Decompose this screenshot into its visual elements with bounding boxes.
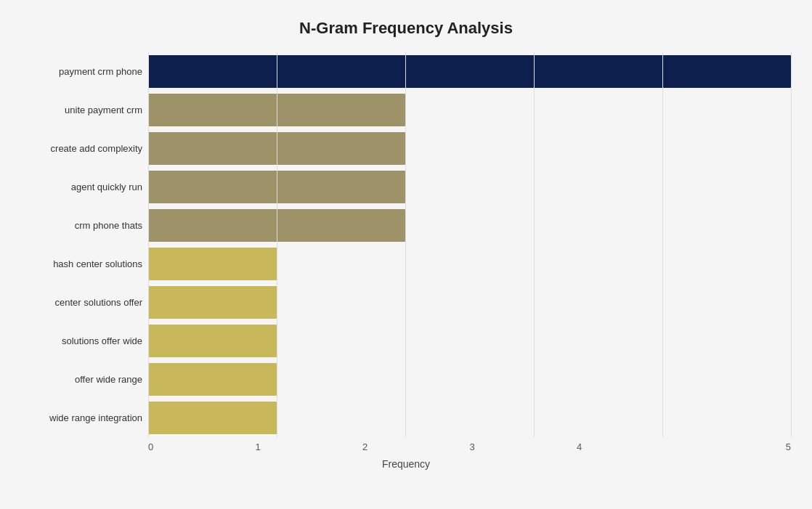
x-tick: 5 xyxy=(684,441,792,452)
bar xyxy=(148,248,277,280)
bar-track xyxy=(148,360,791,399)
x-tick: 4 xyxy=(577,441,684,452)
bar-label: agent quickly run xyxy=(21,182,148,192)
bar-label: center solutions offer xyxy=(21,297,148,308)
bar-track xyxy=(148,91,791,129)
bar xyxy=(148,171,405,203)
bar xyxy=(148,325,277,357)
bar-row: wide range integration xyxy=(21,399,791,437)
grid-line xyxy=(791,52,792,437)
bar-row: create add complexity xyxy=(21,129,791,168)
bar xyxy=(148,286,277,319)
bar xyxy=(148,402,277,434)
bar-track xyxy=(148,322,791,360)
bar-row: agent quickly run xyxy=(21,168,791,206)
chart-title: N-Gram Frequency Analysis xyxy=(21,19,791,38)
bar xyxy=(148,132,405,165)
bar-label: payment crm phone xyxy=(21,66,148,77)
bar-row: payment crm phone xyxy=(21,52,791,91)
x-tick: 1 xyxy=(256,441,363,452)
bar-label: solutions offer wide xyxy=(21,335,148,346)
x-tick: 0 xyxy=(148,441,256,452)
bar-label: create add complexity xyxy=(21,143,148,154)
x-axis: 012345 xyxy=(148,441,791,452)
bar-label: crm phone thats xyxy=(21,220,148,231)
bar xyxy=(148,94,405,126)
bar-track xyxy=(148,168,791,206)
bar xyxy=(148,55,791,88)
bar-label: wide range integration xyxy=(21,412,148,423)
bar-track xyxy=(148,245,791,283)
bar-track xyxy=(148,52,791,91)
bar-label: offer wide range xyxy=(21,374,148,385)
bar xyxy=(148,363,277,396)
bar-row: offer wide range xyxy=(21,360,791,399)
bar-label: unite payment crm xyxy=(21,105,148,115)
bar xyxy=(148,209,405,242)
bar-row: crm phone thats xyxy=(21,206,791,245)
bar-row: solutions offer wide xyxy=(21,322,791,360)
bar-row: hash center solutions xyxy=(21,245,791,283)
bar-track xyxy=(148,206,791,245)
x-tick: 3 xyxy=(470,441,577,452)
chart-area: payment crm phoneunite payment crmcreate… xyxy=(21,52,791,437)
chart-container: N-Gram Frequency Analysis payment crm ph… xyxy=(7,4,805,505)
x-tick: 2 xyxy=(362,441,470,452)
bar-row: center solutions offer xyxy=(21,283,791,322)
bar-label: hash center solutions xyxy=(21,258,148,269)
bar-track xyxy=(148,399,791,437)
bar-row: unite payment crm xyxy=(21,91,791,129)
bar-track xyxy=(148,129,791,168)
x-axis-label: Frequency xyxy=(21,458,791,470)
bar-track xyxy=(148,283,791,322)
